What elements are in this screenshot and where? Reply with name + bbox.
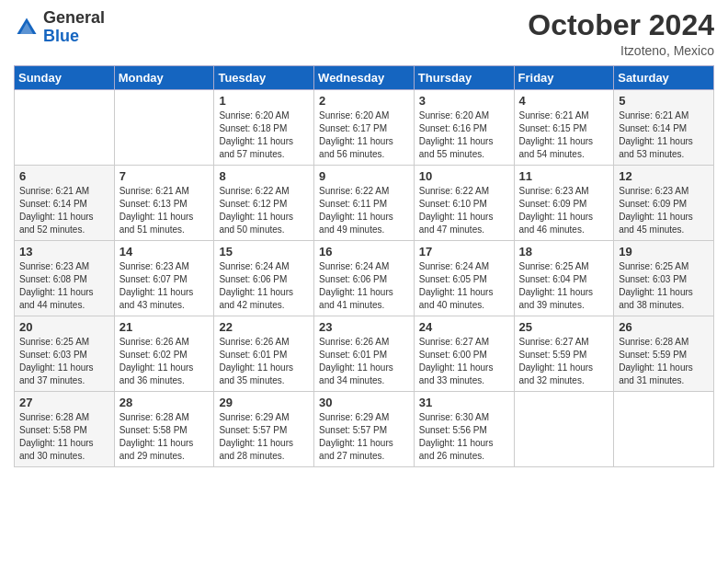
day-cell: 20Sunrise: 6:25 AMSunset: 6:03 PMDayligh… bbox=[15, 316, 115, 392]
day-info: Sunrise: 6:20 AMSunset: 6:17 PMDaylight:… bbox=[319, 109, 409, 161]
day-number: 29 bbox=[219, 396, 309, 409]
weekday-header-wednesday: Wednesday bbox=[314, 66, 415, 90]
day-number: 13 bbox=[19, 245, 109, 259]
day-number: 8 bbox=[219, 169, 309, 183]
day-info: Sunrise: 6:30 AMSunset: 5:56 PMDaylight:… bbox=[419, 411, 509, 463]
day-info: Sunrise: 6:23 AMSunset: 6:07 PMDaylight:… bbox=[119, 260, 210, 312]
day-number: 5 bbox=[619, 94, 709, 108]
day-number: 26 bbox=[619, 320, 709, 334]
day-number: 10 bbox=[419, 169, 509, 183]
day-number: 2 bbox=[319, 94, 409, 108]
day-number: 4 bbox=[519, 94, 609, 108]
location: Itzoteno, Mexico bbox=[528, 43, 714, 58]
day-cell bbox=[114, 90, 214, 166]
day-info: Sunrise: 6:22 AMSunset: 6:12 PMDaylight:… bbox=[219, 185, 309, 236]
day-cell: 27Sunrise: 6:28 AMSunset: 5:58 PMDayligh… bbox=[15, 392, 115, 467]
day-info: Sunrise: 6:26 AMSunset: 6:01 PMDaylight:… bbox=[219, 336, 309, 387]
title-block: October 2024 Itzoteno, Mexico bbox=[528, 9, 714, 58]
day-number: 28 bbox=[119, 396, 210, 409]
logo-icon bbox=[14, 15, 40, 40]
day-number: 15 bbox=[219, 245, 309, 259]
day-number: 27 bbox=[19, 396, 109, 409]
day-cell: 5Sunrise: 6:21 AMSunset: 6:14 PMDaylight… bbox=[614, 90, 714, 166]
week-row-4: 27Sunrise: 6:28 AMSunset: 5:58 PMDayligh… bbox=[15, 392, 714, 467]
day-info: Sunrise: 6:20 AMSunset: 6:18 PMDaylight:… bbox=[219, 109, 309, 161]
day-info: Sunrise: 6:21 AMSunset: 6:13 PMDaylight:… bbox=[119, 185, 210, 236]
weekday-header-saturday: Saturday bbox=[614, 66, 714, 90]
day-info: Sunrise: 6:26 AMSunset: 6:02 PMDaylight:… bbox=[119, 336, 210, 387]
day-cell: 1Sunrise: 6:20 AMSunset: 6:18 PMDaylight… bbox=[214, 90, 314, 166]
day-number: 31 bbox=[419, 396, 509, 409]
day-number: 25 bbox=[519, 320, 609, 334]
day-number: 7 bbox=[119, 169, 210, 183]
day-cell: 30Sunrise: 6:29 AMSunset: 5:57 PMDayligh… bbox=[314, 392, 415, 467]
day-number: 19 bbox=[619, 245, 709, 259]
week-row-1: 6Sunrise: 6:21 AMSunset: 6:14 PMDaylight… bbox=[15, 166, 714, 241]
header: General Blue October 2024 Itzoteno, Mexi… bbox=[14, 9, 714, 58]
day-cell: 15Sunrise: 6:24 AMSunset: 6:06 PMDayligh… bbox=[214, 241, 314, 316]
day-cell: 21Sunrise: 6:26 AMSunset: 6:02 PMDayligh… bbox=[114, 316, 214, 392]
day-info: Sunrise: 6:23 AMSunset: 6:09 PMDaylight:… bbox=[519, 185, 609, 236]
day-info: Sunrise: 6:22 AMSunset: 6:10 PMDaylight:… bbox=[419, 185, 509, 236]
day-number: 23 bbox=[319, 320, 409, 334]
day-cell: 4Sunrise: 6:21 AMSunset: 6:15 PMDaylight… bbox=[514, 90, 614, 166]
day-cell: 25Sunrise: 6:27 AMSunset: 5:59 PMDayligh… bbox=[514, 316, 614, 392]
week-row-3: 20Sunrise: 6:25 AMSunset: 6:03 PMDayligh… bbox=[15, 316, 714, 392]
day-number: 20 bbox=[19, 320, 109, 334]
day-info: Sunrise: 6:26 AMSunset: 6:01 PMDaylight:… bbox=[319, 336, 409, 387]
month-title: October 2024 bbox=[528, 9, 714, 41]
weekday-header-thursday: Thursday bbox=[414, 66, 514, 90]
day-number: 11 bbox=[519, 169, 609, 183]
logo-blue: Blue bbox=[43, 27, 79, 45]
day-number: 14 bbox=[119, 245, 210, 259]
day-number: 9 bbox=[319, 169, 409, 183]
day-cell bbox=[15, 90, 115, 166]
day-info: Sunrise: 6:23 AMSunset: 6:08 PMDaylight:… bbox=[19, 260, 109, 312]
day-cell: 12Sunrise: 6:23 AMSunset: 6:09 PMDayligh… bbox=[614, 166, 714, 241]
weekday-header-row: SundayMondayTuesdayWednesdayThursdayFrid… bbox=[15, 66, 714, 90]
day-info: Sunrise: 6:22 AMSunset: 6:11 PMDaylight:… bbox=[319, 185, 409, 236]
day-cell: 19Sunrise: 6:25 AMSunset: 6:03 PMDayligh… bbox=[614, 241, 714, 316]
day-cell: 14Sunrise: 6:23 AMSunset: 6:07 PMDayligh… bbox=[114, 241, 214, 316]
day-cell bbox=[514, 392, 614, 467]
day-info: Sunrise: 6:28 AMSunset: 5:58 PMDaylight:… bbox=[119, 411, 210, 463]
weekday-header-monday: Monday bbox=[114, 66, 214, 90]
day-number: 3 bbox=[419, 94, 509, 108]
day-cell: 2Sunrise: 6:20 AMSunset: 6:17 PMDaylight… bbox=[314, 90, 415, 166]
day-info: Sunrise: 6:24 AMSunset: 6:05 PMDaylight:… bbox=[419, 260, 509, 312]
day-info: Sunrise: 6:28 AMSunset: 5:58 PMDaylight:… bbox=[19, 411, 109, 463]
logo-text: General Blue bbox=[43, 9, 105, 46]
week-row-2: 13Sunrise: 6:23 AMSunset: 6:08 PMDayligh… bbox=[15, 241, 714, 316]
day-number: 16 bbox=[319, 245, 409, 259]
day-cell: 24Sunrise: 6:27 AMSunset: 6:00 PMDayligh… bbox=[414, 316, 514, 392]
weekday-header-sunday: Sunday bbox=[15, 66, 115, 90]
day-info: Sunrise: 6:25 AMSunset: 6:03 PMDaylight:… bbox=[19, 336, 109, 387]
day-cell: 29Sunrise: 6:29 AMSunset: 5:57 PMDayligh… bbox=[214, 392, 314, 467]
day-info: Sunrise: 6:29 AMSunset: 5:57 PMDaylight:… bbox=[219, 411, 309, 463]
day-info: Sunrise: 6:28 AMSunset: 5:59 PMDaylight:… bbox=[619, 336, 709, 387]
day-number: 17 bbox=[419, 245, 509, 259]
day-cell: 9Sunrise: 6:22 AMSunset: 6:11 PMDaylight… bbox=[314, 166, 415, 241]
day-cell: 31Sunrise: 6:30 AMSunset: 5:56 PMDayligh… bbox=[414, 392, 514, 467]
day-info: Sunrise: 6:27 AMSunset: 6:00 PMDaylight:… bbox=[419, 336, 509, 387]
day-cell: 22Sunrise: 6:26 AMSunset: 6:01 PMDayligh… bbox=[214, 316, 314, 392]
day-number: 12 bbox=[619, 169, 709, 183]
day-cell: 11Sunrise: 6:23 AMSunset: 6:09 PMDayligh… bbox=[514, 166, 614, 241]
day-info: Sunrise: 6:20 AMSunset: 6:16 PMDaylight:… bbox=[419, 109, 509, 161]
day-cell: 17Sunrise: 6:24 AMSunset: 6:05 PMDayligh… bbox=[414, 241, 514, 316]
day-info: Sunrise: 6:23 AMSunset: 6:09 PMDaylight:… bbox=[619, 185, 709, 236]
day-info: Sunrise: 6:27 AMSunset: 5:59 PMDaylight:… bbox=[519, 336, 609, 387]
day-number: 24 bbox=[419, 320, 509, 334]
day-cell: 6Sunrise: 6:21 AMSunset: 6:14 PMDaylight… bbox=[15, 166, 115, 241]
day-cell: 26Sunrise: 6:28 AMSunset: 5:59 PMDayligh… bbox=[614, 316, 714, 392]
day-info: Sunrise: 6:24 AMSunset: 6:06 PMDaylight:… bbox=[319, 260, 409, 312]
calendar-table: SundayMondayTuesdayWednesdayThursdayFrid… bbox=[14, 65, 714, 467]
day-info: Sunrise: 6:29 AMSunset: 5:57 PMDaylight:… bbox=[319, 411, 409, 463]
week-row-0: 1Sunrise: 6:20 AMSunset: 6:18 PMDaylight… bbox=[15, 90, 714, 166]
day-cell: 23Sunrise: 6:26 AMSunset: 6:01 PMDayligh… bbox=[314, 316, 415, 392]
day-number: 30 bbox=[319, 396, 409, 409]
day-number: 18 bbox=[519, 245, 609, 259]
day-cell: 18Sunrise: 6:25 AMSunset: 6:04 PMDayligh… bbox=[514, 241, 614, 316]
day-number: 1 bbox=[219, 94, 309, 108]
day-cell: 8Sunrise: 6:22 AMSunset: 6:12 PMDaylight… bbox=[214, 166, 314, 241]
